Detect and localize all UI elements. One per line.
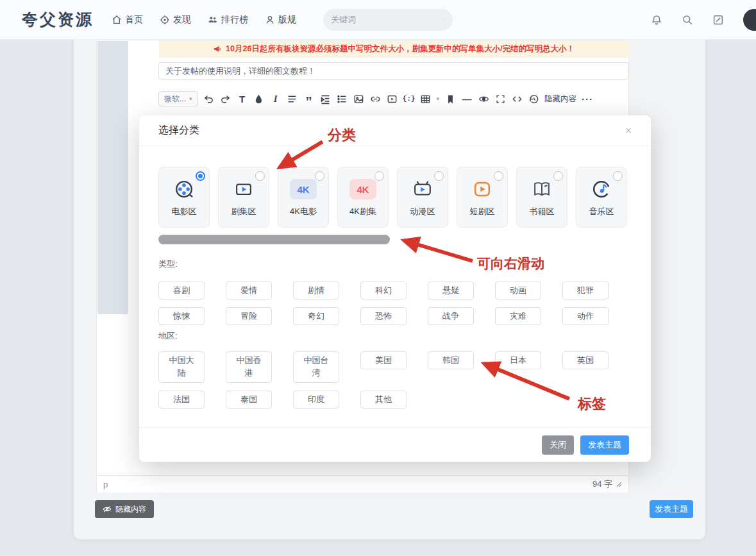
nav-item-ranking[interactable]: 排行榜 [208, 14, 248, 26]
type-tag[interactable]: 悬疑 [428, 282, 474, 299]
search-icon[interactable] [444, 15, 445, 24]
region-tag[interactable]: 英国 [562, 351, 609, 369]
radio-unselected[interactable] [553, 171, 563, 181]
search-input[interactable] [331, 15, 444, 24]
font-family-value: 微软... [164, 94, 186, 105]
type-tag[interactable]: 战争 [428, 307, 474, 325]
horizontal-scrollbar-thumb[interactable] [158, 235, 390, 244]
music-icon [591, 177, 612, 201]
type-tag[interactable]: 动作 [562, 307, 609, 325]
region-tag[interactable]: 泰国 [226, 391, 272, 409]
radio-unselected[interactable] [434, 171, 444, 181]
close-button[interactable]: 关闭 [542, 435, 574, 455]
type-tags-row2: 惊悚 冒险 奇幻 恐怖 战争 灾难 动作 [158, 307, 632, 325]
region-tags-row1: 中国大陆 中国香港 中国台湾 美国 韩国 日本 英国 [158, 351, 632, 382]
type-tag[interactable]: 动画 [495, 282, 541, 299]
code-view-icon[interactable] [511, 93, 523, 105]
link-icon[interactable] [370, 93, 382, 105]
color-drop-icon[interactable] [253, 93, 265, 105]
nav-item-label: 排行榜 [221, 14, 248, 26]
history-icon[interactable] [528, 93, 539, 105]
indent-icon[interactable] [320, 93, 332, 105]
publish-topic-button[interactable]: 发表主题 [580, 435, 629, 455]
font-family-select[interactable]: 微软... ▾ [158, 91, 198, 106]
nav-item-discover[interactable]: 发现 [160, 14, 191, 26]
close-icon[interactable]: × [625, 125, 632, 136]
type-tag[interactable]: 犯罪 [562, 282, 609, 299]
publish-topic-button-bottom[interactable]: 发表主题 [650, 500, 693, 518]
category-card-movie[interactable]: 电影区 [158, 167, 210, 228]
type-tag[interactable]: 惊悚 [158, 307, 205, 325]
site-logo[interactable]: 夸父资源 [22, 9, 94, 30]
inline-code-icon[interactable]: {:} [403, 93, 415, 105]
category-list: 电影区 剧集区 4K 4K电影 4K 4K剧集 [158, 167, 632, 228]
category-card-4k-movie[interactable]: 4K 4K电影 [278, 167, 329, 228]
region-tag[interactable]: 韩国 [428, 351, 474, 369]
radio-unselected[interactable] [613, 171, 623, 181]
category-label: 4K电影 [290, 206, 317, 217]
modal-body: 电影区 剧集区 4K 4K电影 4K 4K剧集 [139, 167, 651, 409]
horizontal-rule-icon[interactable]: — [461, 93, 473, 105]
nav-item-label: 版规 [278, 14, 296, 26]
region-tag[interactable]: 法国 [158, 391, 205, 409]
resize-handle[interactable] [616, 482, 622, 487]
type-tag[interactable]: 科幻 [360, 282, 407, 299]
list-icon[interactable] [337, 93, 348, 105]
compose-icon[interactable] [712, 14, 724, 26]
text-format-icon[interactable]: T [237, 93, 248, 105]
radio-selected[interactable] [196, 171, 205, 181]
radio-unselected[interactable] [374, 171, 384, 181]
search-icon[interactable] [682, 14, 693, 26]
category-card-4k-series[interactable]: 4K 4K剧集 [337, 167, 389, 228]
preview-eye-icon[interactable] [478, 93, 489, 105]
undo-icon[interactable] [203, 93, 215, 105]
category-card-series[interactable]: 剧集区 [218, 167, 269, 228]
category-card-anime[interactable]: 动漫区 [397, 167, 448, 228]
type-tag[interactable]: 剧情 [293, 282, 339, 299]
chevron-down-icon: ▾ [189, 96, 192, 102]
region-tag[interactable]: 美国 [360, 351, 407, 369]
region-tag[interactable]: 中国台湾 [293, 351, 339, 382]
type-tag[interactable]: 冒险 [226, 307, 272, 325]
type-tag[interactable]: 恐怖 [360, 307, 407, 325]
video-icon[interactable] [387, 93, 398, 105]
italic-icon[interactable]: I [270, 93, 281, 105]
more-icon[interactable]: ··· [582, 93, 593, 105]
align-icon[interactable] [287, 93, 298, 105]
book-icon [531, 177, 553, 201]
quote-icon[interactable]: ” [303, 93, 315, 105]
category-card-music[interactable]: 音乐区 [576, 167, 627, 228]
discover-icon [160, 15, 170, 25]
rules-icon [265, 15, 275, 25]
category-card-books[interactable]: 书籍区 [516, 167, 567, 228]
bell-icon[interactable] [651, 14, 662, 26]
hidden-content-button-bottom[interactable]: 隐藏内容 [95, 500, 154, 518]
radio-unselected[interactable] [255, 171, 265, 181]
bookmark-icon[interactable] [444, 93, 456, 105]
nav-item-rules[interactable]: 版规 [265, 14, 296, 26]
region-tag[interactable]: 其他 [360, 391, 407, 409]
redo-icon[interactable] [220, 93, 231, 105]
nav-item-home[interactable]: 首页 [112, 14, 143, 26]
region-tag[interactable]: 中国香港 [226, 351, 272, 382]
type-tag[interactable]: 喜剧 [158, 282, 205, 299]
radio-unselected[interactable] [494, 171, 503, 181]
modal-header: 选择分类 × [139, 115, 651, 146]
region-section-label: 地区: [158, 330, 632, 342]
type-tag[interactable]: 爱情 [226, 282, 272, 299]
chevron-down-icon[interactable]: ▾ [437, 96, 440, 102]
region-tag[interactable]: 日本 [495, 351, 541, 369]
category-label: 短剧区 [470, 206, 495, 217]
table-icon[interactable] [420, 93, 432, 105]
radio-unselected[interactable] [315, 171, 324, 181]
post-title-input[interactable] [158, 62, 629, 80]
category-card-short-drama[interactable]: 短剧区 [457, 167, 508, 228]
avatar[interactable] [743, 9, 756, 31]
type-tag[interactable]: 灾难 [495, 307, 541, 325]
fullscreen-icon[interactable] [494, 93, 506, 105]
type-tag[interactable]: 奇幻 [293, 307, 339, 325]
hidden-content-button[interactable]: 隐藏内容 [544, 94, 576, 105]
region-tag[interactable]: 中国大陆 [158, 351, 205, 382]
image-icon[interactable] [353, 93, 365, 105]
region-tag[interactable]: 印度 [293, 391, 339, 409]
